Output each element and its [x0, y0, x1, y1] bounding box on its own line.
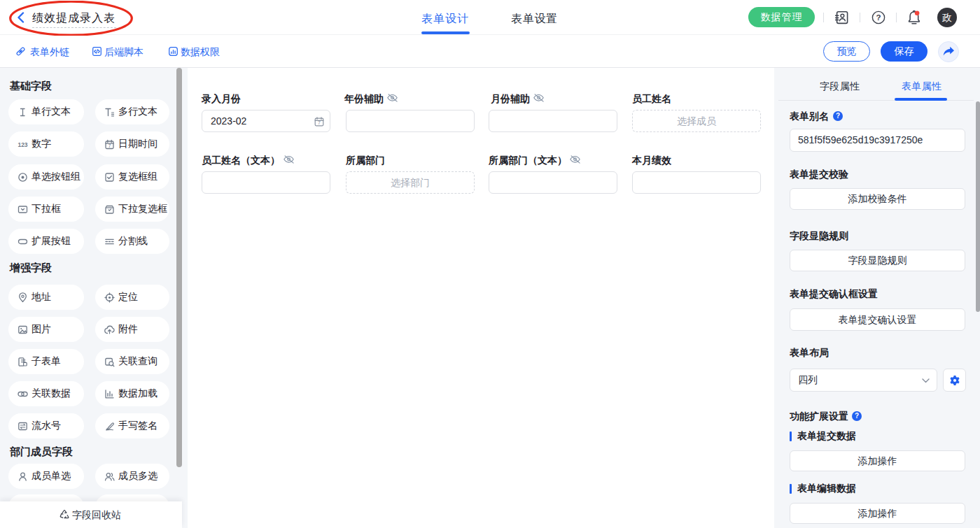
svg-text:7: 7 — [318, 120, 321, 125]
svg-text:?: ? — [876, 13, 881, 22]
svg-text:123: 123 — [18, 141, 27, 148]
svg-text:7: 7 — [108, 143, 111, 148]
